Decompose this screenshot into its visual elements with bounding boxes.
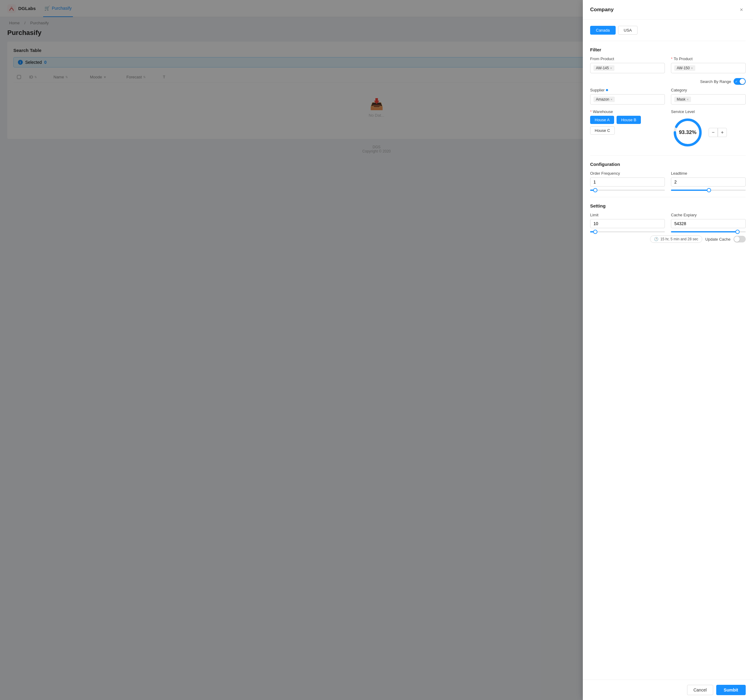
supplier-input[interactable]: Amazon × — [590, 94, 665, 105]
divider-config — [590, 155, 746, 156]
category-col: Category Mask × — [671, 88, 746, 105]
service-level-increment[interactable]: + — [718, 128, 727, 137]
toggle-check-icon: ✓ — [735, 80, 737, 83]
category-label: Category — [671, 88, 746, 92]
to-product-tag-remove[interactable]: × — [691, 66, 693, 70]
from-product-tag-remove[interactable]: × — [610, 66, 612, 70]
warehouse-service-row: * Warehouse House A House B House C Serv… — [590, 109, 746, 149]
leadtime-input[interactable] — [671, 177, 746, 186]
warehouse-btn-b[interactable]: House B — [617, 116, 641, 124]
cancel-button[interactable]: Cancel — [687, 685, 713, 695]
cache-timer: 🕐 15 hr, 5 min and 28 sec — [650, 236, 702, 243]
drawer-body: Canada USA Filter From Product AW-145 × — [583, 20, 753, 680]
cache-expiary-input[interactable] — [671, 219, 746, 228]
close-button[interactable]: × — [737, 5, 746, 14]
supplier-category-row: Supplier Amazon × Category — [590, 88, 746, 105]
warehouse-btn-c[interactable]: House C — [590, 127, 615, 134]
divider-filter — [590, 41, 746, 41]
leadtime-slider-fill — [671, 189, 708, 191]
limit-slider-thumb[interactable] — [593, 230, 597, 234]
supplier-tag-remove[interactable]: × — [611, 97, 612, 101]
order-frequency-col: Order Frequency — [590, 171, 665, 191]
service-level-label: Service Level — [671, 109, 746, 114]
warehouse-btn-a[interactable]: House A — [590, 116, 614, 124]
from-product-tag: AW-145 × — [594, 65, 614, 71]
warehouse-buttons: House A House B House C — [590, 116, 665, 134]
to-product-required-star: * — [671, 56, 672, 61]
update-cache-label: Update Cache — [705, 237, 731, 242]
drawer-header: Company × — [583, 0, 753, 20]
category-tag-remove[interactable]: × — [687, 97, 689, 101]
limit-col: Limit — [590, 212, 665, 233]
configuration-section: Configuration Order Frequency Leadtime — [590, 162, 746, 191]
cache-expiary-col: Cache Expiary — [671, 212, 746, 233]
submit-button[interactable]: Sumbit — [716, 685, 746, 695]
warehouse-label: * Warehouse — [590, 109, 665, 114]
order-frequency-slider-thumb[interactable] — [593, 188, 597, 192]
leadtime-label: Leadtime — [671, 171, 746, 176]
service-level-donut: 93.32% — [671, 116, 705, 149]
supplier-tag: Amazon × — [594, 97, 615, 102]
configuration-title: Configuration — [590, 162, 746, 167]
to-product-input[interactable]: AW-150 × — [671, 63, 746, 73]
service-level-value: 93.32% — [679, 130, 697, 136]
order-frequency-label: Order Frequency — [590, 171, 665, 176]
setting-row: Limit Cache Expiary — [590, 212, 746, 233]
to-product-col: * To Product AW-150 × — [671, 56, 746, 73]
search-by-range-label: Search By Range — [700, 79, 731, 84]
cache-slider-fill — [671, 231, 737, 233]
from-product-col: From Product AW-145 × — [590, 56, 665, 73]
divider-setting — [590, 197, 746, 197]
drawer-footer: Cancel Sumbit — [583, 680, 753, 700]
from-product-label: From Product — [590, 56, 665, 61]
to-product-tag: AW-150 × — [674, 65, 695, 71]
category-input[interactable]: Mask × — [671, 94, 746, 105]
warehouse-required-star: * — [590, 109, 592, 114]
drawer: Company × Canada USA Filter From Product… — [583, 0, 753, 700]
config-row: Order Frequency Leadtime — [590, 171, 746, 191]
filter-section-title: Filter — [590, 47, 746, 52]
order-frequency-input[interactable] — [590, 177, 665, 186]
leadtime-slider-track — [671, 189, 746, 191]
supplier-col: Supplier Amazon × — [590, 88, 665, 105]
company-btn-canada[interactable]: Canada — [590, 26, 616, 34]
cache-slider-thumb[interactable] — [735, 230, 740, 234]
setting-section: Setting Limit Cache Expiary — [590, 203, 746, 243]
clock-icon: 🕐 — [654, 237, 658, 241]
from-product-input[interactable]: AW-145 × — [590, 63, 665, 73]
service-level-stepper: − + — [709, 128, 727, 137]
supplier-dot — [606, 89, 608, 91]
leadtime-col: Leadtime — [671, 171, 746, 191]
service-level-col: Service Level 93.32% — [671, 109, 746, 149]
company-btn-usa[interactable]: USA — [618, 26, 638, 34]
order-frequency-slider-track — [590, 189, 665, 191]
category-tag: Mask × — [674, 97, 691, 102]
search-by-range-row: Search By Range ✓ — [590, 78, 746, 85]
setting-title: Setting — [590, 203, 746, 208]
cache-expiary-label: Cache Expiary — [671, 212, 746, 217]
leadtime-slider-thumb[interactable] — [707, 188, 711, 192]
search-by-range-toggle[interactable]: ✓ — [734, 78, 746, 85]
service-level-wrapper: 93.32% − + — [671, 116, 746, 149]
limit-input[interactable] — [590, 219, 665, 228]
warehouse-col: * Warehouse House A House B House C — [590, 109, 665, 134]
to-product-label: * To Product — [671, 56, 746, 61]
limit-label: Limit — [590, 212, 665, 217]
limit-slider-track — [590, 231, 665, 233]
product-row: From Product AW-145 × * To Product — [590, 56, 746, 73]
company-buttons: Canada USA — [590, 26, 746, 34]
filter-section: Filter From Product AW-145 × — [590, 47, 746, 149]
update-cache-row: 🕐 15 hr, 5 min and 28 sec Update Cache — [590, 236, 746, 243]
supplier-label: Supplier — [590, 88, 665, 92]
drawer-title: Company — [590, 7, 614, 13]
cache-slider-track — [671, 231, 746, 233]
cache-timer-label: 15 hr, 5 min and 28 sec — [660, 237, 698, 241]
update-cache-toggle[interactable] — [734, 236, 746, 242]
service-level-decrement[interactable]: − — [709, 128, 718, 137]
